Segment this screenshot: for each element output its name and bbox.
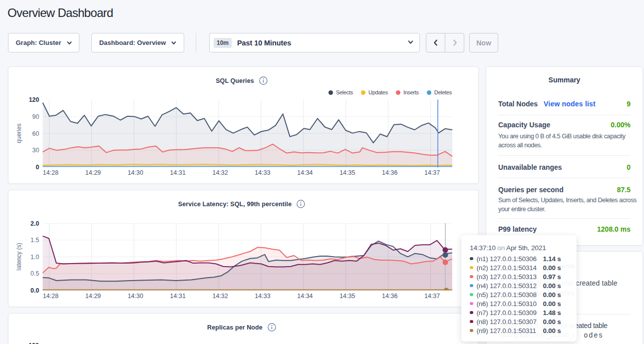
svg-text:14:29: 14:29 (85, 169, 101, 176)
svg-text:14:34: 14:34 (297, 169, 313, 176)
svg-text:0: 0 (36, 164, 39, 171)
svg-text:14:30: 14:30 (128, 293, 143, 300)
svg-text:14:32: 14:32 (212, 293, 228, 300)
svg-text:1.5: 1.5 (30, 237, 39, 244)
svg-text:14:28: 14:28 (43, 293, 58, 300)
svg-text:14:37: 14:37 (424, 293, 440, 300)
svg-text:90: 90 (32, 113, 39, 120)
svg-text:0.5: 0.5 (30, 270, 39, 277)
svg-text:1.0: 1.0 (30, 254, 39, 261)
svg-text:0.0: 0.0 (30, 287, 39, 294)
svg-text:14:33: 14:33 (255, 169, 270, 176)
svg-text:14:33: 14:33 (255, 293, 270, 300)
svg-text:latency (s): latency (s) (15, 243, 22, 270)
svg-text:queries: queries (15, 123, 22, 143)
svg-text:14:31: 14:31 (170, 293, 186, 300)
svg-text:14:30: 14:30 (128, 169, 143, 176)
svg-text:14:29: 14:29 (85, 293, 101, 300)
svg-text:30: 30 (32, 147, 39, 154)
svg-text:14:28: 14:28 (43, 169, 58, 176)
svg-text:14:34: 14:34 (297, 293, 313, 300)
svg-text:14:35: 14:35 (339, 169, 355, 176)
svg-text:14:35: 14:35 (339, 293, 355, 300)
svg-text:2.0: 2.0 (30, 220, 39, 227)
svg-text:14:32: 14:32 (212, 169, 228, 176)
svg-text:14:31: 14:31 (170, 169, 186, 176)
svg-text:14:37: 14:37 (424, 169, 440, 176)
svg-text:120: 120 (29, 96, 39, 103)
svg-text:14:36: 14:36 (382, 169, 397, 176)
svg-text:60: 60 (32, 130, 39, 137)
svg-text:14:36: 14:36 (382, 293, 397, 300)
